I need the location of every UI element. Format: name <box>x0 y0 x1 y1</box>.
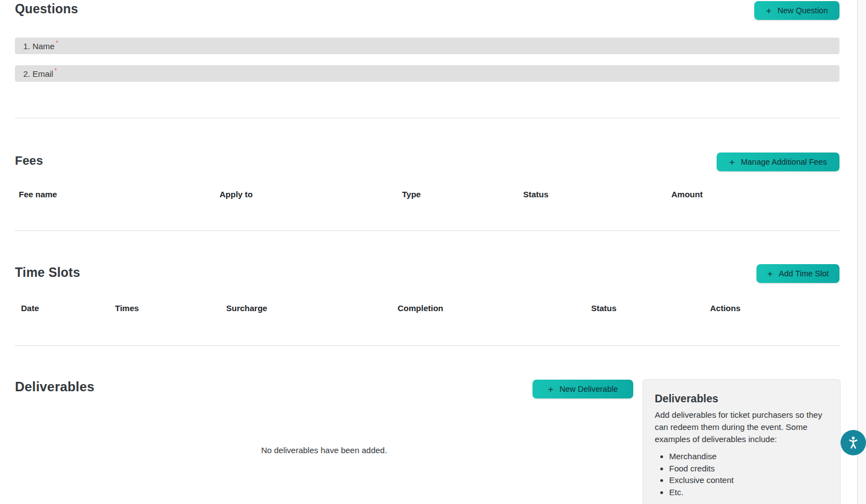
required-asterisk: * <box>54 67 57 75</box>
plus-icon: + <box>766 6 771 15</box>
info-panel-bullet: Exclusive content <box>669 474 828 486</box>
add-time-slot-button-label: Add Time Slot <box>779 269 828 278</box>
section-divider <box>15 118 841 118</box>
vertical-scrollbar[interactable] <box>857 0 866 504</box>
info-panel-bullet: Etc. <box>669 486 828 498</box>
new-deliverable-button[interactable]: + New Deliverable <box>533 380 633 398</box>
accessibility-person-icon <box>846 435 861 450</box>
new-question-button[interactable]: + New Question <box>754 1 839 20</box>
question-label: 2. Email <box>23 69 53 78</box>
info-panel-bullet: Merchandise <box>669 450 828 463</box>
time-slots-column-surcharge: Surcharge <box>226 303 267 313</box>
fees-column-amount: Amount <box>671 190 703 199</box>
time-slots-column-status: Status <box>591 303 617 313</box>
fees-column-fee-name: Fee name <box>19 190 57 199</box>
manage-additional-fees-button-label: Manage Additional Fees <box>741 158 827 166</box>
accessibility-widget-button[interactable] <box>841 430 866 455</box>
time-slots-column-times: Times <box>115 303 139 313</box>
fees-column-apply-to: Apply to <box>220 190 253 199</box>
required-asterisk: * <box>56 39 59 47</box>
question-row-email[interactable]: 2. Email * <box>15 65 839 82</box>
section-divider <box>15 230 841 231</box>
manage-additional-fees-button[interactable]: + Manage Additional Fees <box>717 153 839 171</box>
time-slots-column-actions: Actions <box>710 303 740 313</box>
info-panel-body: Add deliverables for ticket purchasers s… <box>655 409 828 445</box>
deliverables-info-panel: Deliverables Add deliverables for ticket… <box>643 379 841 504</box>
plus-icon: + <box>729 158 735 167</box>
questions-section-title: Questions <box>15 2 78 17</box>
time-slots-section-title: Time Slots <box>15 265 80 280</box>
question-label: 1. Name <box>23 41 55 51</box>
question-row-name[interactable]: 1. Name * <box>15 38 839 54</box>
fees-column-type: Type <box>402 190 421 199</box>
new-deliverable-button-label: New Deliverable <box>560 385 618 393</box>
time-slots-column-completion: Completion <box>398 303 444 313</box>
fees-section-title: Fees <box>15 154 43 168</box>
add-time-slot-button[interactable]: + Add Time Slot <box>757 264 839 283</box>
section-divider <box>15 345 841 346</box>
plus-icon: + <box>767 269 773 279</box>
deliverables-section-title: Deliverables <box>15 379 95 395</box>
plus-icon: + <box>548 385 554 394</box>
time-slots-column-date: Date <box>21 303 39 313</box>
deliverables-empty-message: No deliverables have been added. <box>15 445 633 455</box>
fees-column-status: Status <box>523 190 549 199</box>
new-question-button-label: New Question <box>778 6 828 15</box>
info-panel-bullet-list: Merchandise Food credits Exclusive conte… <box>655 450 828 498</box>
info-panel-bullet: Food credits <box>669 463 828 475</box>
event-setup-page: Questions + New Question 1. Name * 2. Em… <box>0 0 866 504</box>
info-panel-title: Deliverables <box>655 392 828 405</box>
